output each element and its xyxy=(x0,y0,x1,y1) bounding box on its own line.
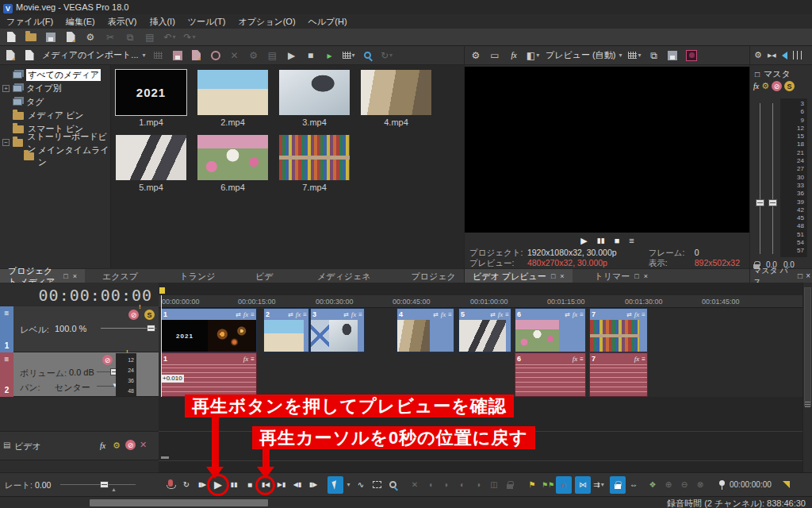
gear-icon[interactable]: ⚙ xyxy=(761,81,769,91)
undo-button[interactable]: ↶▾ xyxy=(163,31,176,44)
audio-mute-button[interactable]: ⊘ xyxy=(102,355,113,365)
capture-video-button[interactable] xyxy=(171,49,184,62)
snapping-button[interactable]: ∩ xyxy=(556,476,572,494)
event-split-button[interactable]: ◑ xyxy=(470,476,486,494)
event-join-button[interactable]: ◫ xyxy=(486,476,502,494)
pan-crop-icon[interactable]: ⇄ xyxy=(626,311,632,318)
save-button[interactable] xyxy=(44,31,57,44)
menu-tools[interactable]: ツール(T) xyxy=(182,14,232,29)
timeline-vertical-scrollbar[interactable] xyxy=(802,283,812,472)
hover-scrub-button[interactable]: ▸ xyxy=(324,49,336,62)
fx-icon[interactable]: fx xyxy=(573,310,578,318)
preview-play-button[interactable]: ▶ xyxy=(285,49,298,62)
window-icon[interactable]: □ xyxy=(63,271,67,282)
render-as-button[interactable] xyxy=(64,31,77,44)
menu-edit[interactable]: 編集(E) xyxy=(59,14,102,29)
get-photo-button[interactable] xyxy=(190,49,203,62)
redo-button[interactable]: ↷▾ xyxy=(183,31,196,44)
import-media-button[interactable] xyxy=(4,49,17,62)
track-menu-icon[interactable]: ≡ xyxy=(5,309,10,318)
media-clip-2[interactable] xyxy=(197,70,268,115)
preview-screen[interactable] xyxy=(465,67,750,233)
auto-crossfade-button[interactable]: ⋈ xyxy=(575,476,591,494)
pan-crop-icon[interactable]: ⇄ xyxy=(565,311,570,318)
media-clip-7[interactable] xyxy=(279,135,350,180)
downmix-icon[interactable]: ▶◀ xyxy=(768,52,776,59)
bus-mute-button[interactable]: ⊘ xyxy=(125,440,136,450)
ungroup-button[interactable]: ⊖ xyxy=(676,476,692,494)
scroll-nub[interactable] xyxy=(161,456,169,459)
close-icon[interactable]: × xyxy=(560,271,564,282)
time-ruler[interactable]: 00:00:00:00 00:00:15:00 00:00:30:00 00:0… xyxy=(159,295,802,308)
timeline-video-clip-1[interactable]: 1⇄fx≡ 2021 xyxy=(161,308,257,352)
timeline-video-clip-2[interactable]: 2⇄fx≡ xyxy=(263,308,309,352)
record-audio-button[interactable] xyxy=(163,476,178,494)
tree-item-media-bin[interactable]: メディア ビン xyxy=(0,109,110,122)
tree-item-main-timeline[interactable]: メインタイムライン xyxy=(0,149,110,163)
window-icon[interactable]: □ xyxy=(634,271,638,282)
collapse-minus-icon[interactable]: − xyxy=(2,139,10,146)
views-button[interactable]: ▾ xyxy=(343,49,355,62)
fx-icon[interactable]: fx xyxy=(351,310,357,318)
close-icon[interactable]: × xyxy=(644,271,648,282)
clip-menu-icon[interactable]: ≡ xyxy=(642,311,645,318)
tab-explorer[interactable]: エクスプローラ xyxy=(94,269,149,283)
preview-pause-button[interactable]: ▮▮ xyxy=(597,237,605,244)
go-to-end-button[interactable]: ▶▮ xyxy=(274,476,289,494)
timeline-video-clip-4[interactable]: 4⇄fx≡ xyxy=(396,308,454,352)
prev-frame-button[interactable]: ◀▮ xyxy=(289,476,305,494)
multicam-button[interactable]: ❖ xyxy=(645,476,661,494)
video-track-lane[interactable]: 1⇄fx≡ 2021 2⇄fx≡ 3⇄fx≡ 4⇄fx≡ 5⇄fx≡ xyxy=(159,308,802,352)
level-slider-handle[interactable] xyxy=(147,325,155,332)
tab-project-notes[interactable]: プロジェクトメモ xyxy=(403,269,464,283)
crossfade-auto-button[interactable]: ◐ xyxy=(454,476,470,494)
new-project-button[interactable] xyxy=(5,31,17,44)
clip-menu-icon[interactable]: ≡ xyxy=(251,311,255,318)
group-button[interactable]: ⊕ xyxy=(661,476,676,494)
fx-icon[interactable]: fx xyxy=(243,355,249,363)
video-track-strip[interactable]: ≡ 1 xyxy=(0,306,13,352)
track-menu-icon[interactable]: ≡ xyxy=(5,355,10,364)
paste-media-button[interactable]: ▤ xyxy=(266,49,279,62)
timeline-video-clip-3[interactable]: 3⇄fx≡ xyxy=(310,308,365,352)
media-clip-6[interactable] xyxy=(197,135,268,180)
external-monitor-button[interactable]: ▭ xyxy=(488,49,501,62)
fade-out-button[interactable]: ◗ xyxy=(439,476,454,494)
media-clip-5[interactable] xyxy=(116,135,186,180)
open-button[interactable] xyxy=(25,31,37,44)
insert-region-button[interactable]: ⚑⚑ xyxy=(540,476,556,494)
video-mute-button[interactable]: ⊘ xyxy=(128,310,139,320)
clip-menu-icon[interactable]: ≡ xyxy=(448,311,452,318)
import-media-dropdown[interactable]: メディアのインポート... ▾ xyxy=(42,49,146,61)
media-properties-button[interactable]: ⚙ xyxy=(247,49,260,62)
fade-in-button[interactable]: ◖ xyxy=(423,476,439,494)
clip-menu-icon[interactable]: ≡ xyxy=(251,356,255,363)
pan-crop-icon[interactable]: ⇄ xyxy=(236,311,241,318)
import-doc-button[interactable] xyxy=(23,49,36,62)
preview-stop-button[interactable]: ■ xyxy=(304,49,317,62)
timeline-marker[interactable] xyxy=(159,287,165,294)
audio-track-header[interactable]: ≡ 2 ⊘ S ! ボリューム: 0.0 dB パン: センター ▼ 12 24… xyxy=(0,352,159,397)
preview-stop-button[interactable]: ■ xyxy=(615,236,620,245)
fx-icon[interactable]: fx xyxy=(498,310,504,318)
pause-button[interactable]: ▮▮ xyxy=(226,476,242,494)
menu-file[interactable]: ファイル(F) xyxy=(0,14,59,29)
close-icon[interactable]: × xyxy=(806,271,810,280)
clip-menu-icon[interactable]: ≡ xyxy=(303,311,307,318)
audio-track-strip[interactable]: ≡ 2 xyxy=(0,352,13,397)
tab-video-fx[interactable]: ビデオ FX xyxy=(247,269,289,283)
properties-button[interactable]: ⚙ xyxy=(84,31,97,44)
cut-button[interactable]: ✂ xyxy=(104,31,117,44)
tab-transitions[interactable]: トランジション xyxy=(171,269,227,283)
expand-plus-icon[interactable]: + xyxy=(2,85,10,92)
master-bus-tab[interactable]: マスタ バス □ × xyxy=(750,268,812,283)
clip-menu-icon[interactable]: ≡ xyxy=(505,311,509,318)
video-track-header[interactable]: ≡ 1 ⊘ ! S レベル: 100.0 % xyxy=(0,306,159,352)
gear-icon[interactable]: ⚙ xyxy=(754,50,762,60)
track-min-icon[interactable]: ▤ xyxy=(3,441,10,449)
pan-crop-icon[interactable]: ⇄ xyxy=(490,311,496,318)
stop-button[interactable]: ■ xyxy=(242,476,258,494)
zoom-tool-button[interactable] xyxy=(385,476,400,494)
extract-audio-button[interactable] xyxy=(209,49,222,62)
refresh-button[interactable]: ↻▾ xyxy=(381,49,393,62)
